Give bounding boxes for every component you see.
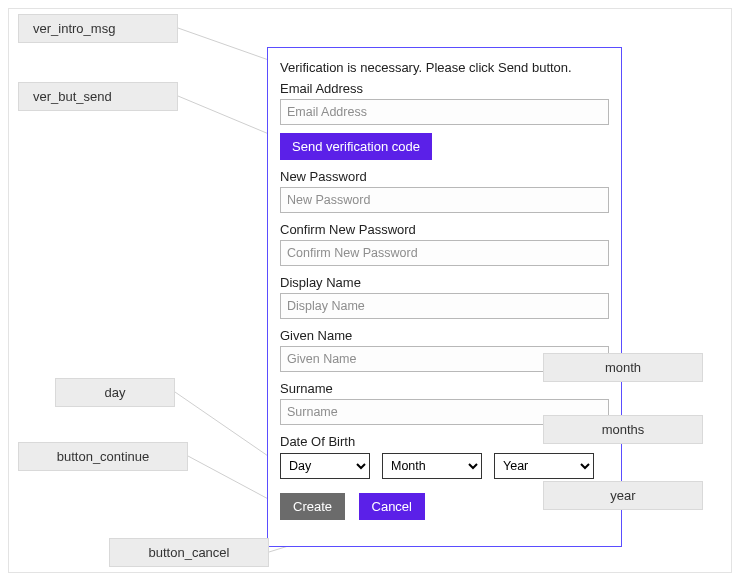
email-input[interactable] [280, 99, 609, 125]
display-name-input[interactable] [280, 293, 609, 319]
tag-ver-but-send: ver_but_send [18, 82, 178, 111]
tag-month: month [543, 353, 703, 382]
dob-month-select[interactable]: Month [382, 453, 482, 479]
confirm-password-input[interactable] [280, 240, 609, 266]
new-password-label: New Password [280, 169, 609, 184]
email-label: Email Address [280, 81, 609, 96]
tag-day: day [55, 378, 175, 407]
signup-panel: Verification is necessary. Please click … [267, 47, 622, 547]
tag-button-continue: button_continue [18, 442, 188, 471]
tag-button-cancel: button_cancel [109, 538, 269, 567]
dob-year-select[interactable]: Year [494, 453, 594, 479]
send-verification-button[interactable]: Send verification code [280, 133, 432, 160]
dob-row: Day Month Year [280, 453, 609, 479]
surname-label: Surname [280, 381, 609, 396]
dob-day-select[interactable]: Day [280, 453, 370, 479]
cancel-button[interactable]: Cancel [359, 493, 425, 520]
tag-year: year [543, 481, 703, 510]
display-name-label: Display Name [280, 275, 609, 290]
verification-intro-message: Verification is necessary. Please click … [280, 60, 609, 75]
create-button[interactable]: Create [280, 493, 345, 520]
confirm-password-label: Confirm New Password [280, 222, 609, 237]
new-password-input[interactable] [280, 187, 609, 213]
given-name-label: Given Name [280, 328, 609, 343]
tag-ver-intro-msg: ver_intro_msg [18, 14, 178, 43]
tag-months: months [543, 415, 703, 444]
